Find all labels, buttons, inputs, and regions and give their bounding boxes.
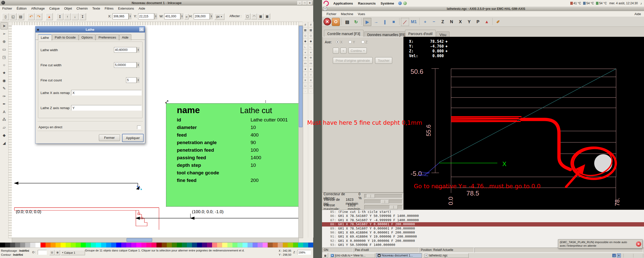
snap-toggle-icon-1[interactable]: ▦ [308,27,313,33]
palette-swatch[interactable] [96,243,101,247]
maximize-button[interactable]: □ [302,1,307,5]
dialog-tab-path-to-gcode[interactable]: Path to Gcode [52,34,78,40]
snap-toggle-icon-10[interactable]: ≡ [308,77,313,83]
affect-toggle-icon[interactable]: ▢ [245,13,251,19]
slider-track[interactable] [364,200,403,204]
menu-texte[interactable]: Texte [90,6,102,11]
slider-thumb[interactable] [390,205,398,209]
field-spinbox[interactable]: 5,00000▲▼ [114,62,140,68]
gcode-line[interactable]: 85:(Fine cut 1-th cicle start) [322,210,644,214]
dialog-tab-preferences[interactable]: Preferences [96,34,119,40]
view-y-button[interactable]: Y [465,18,473,26]
menu-aide[interactable]: Aide [631,12,644,16]
palette-swatch[interactable] [192,243,197,247]
gnome-menu-applications[interactable]: Applications [331,1,355,6]
palette-swatch[interactable] [121,243,126,247]
touch-off-button[interactable]: Toucher [375,57,392,64]
jog-increment-select[interactable]: Continu▾ [348,48,367,54]
tray-updates-icon[interactable]: ⇣ [612,254,616,257]
lower-to-bottom-icon[interactable]: ↧ [79,13,86,20]
reload-file-button[interactable]: ↻ [352,18,360,26]
dialog-apply-button[interactable]: Appliquer [122,134,144,142]
snap-toggle-icon-8[interactable]: ● [303,66,308,72]
h-spinner[interactable]: ▲▼ [210,13,213,19]
menu-calque[interactable]: Calque [47,6,62,11]
palette-swatch[interactable] [81,243,86,247]
palette-swatch[interactable] [76,243,81,247]
jog-minus-button[interactable]: - [333,48,339,54]
help-applet-icon[interactable] [403,2,407,5]
dialog-tab-aide[interactable]: Aide [119,34,131,40]
palette-swatch[interactable] [187,243,192,247]
live-preview-checkbox[interactable] [137,125,141,129]
machine-power-button[interactable]: O [332,18,340,26]
affect-toggle-icon[interactable]: ◠ [251,13,257,19]
palette-swatch[interactable] [61,243,66,247]
dialog-close-icon[interactable]: ✕ [139,27,144,31]
ellipse-tool-icon[interactable]: ○ [1,61,8,69]
view-x-button[interactable]: X [456,18,464,26]
optional-pause-button[interactable]: M1 [410,18,418,26]
axis-menu-vues[interactable]: Vues [355,12,367,16]
snap-toggle-icon-10[interactable]: ≡ [303,77,308,83]
warning-icon[interactable]: ▲ [46,13,53,20]
palette-swatch[interactable] [25,243,30,247]
tab-contr-le-manuel-f3-[interactable]: Contrôle manuel [F3] [324,30,364,37]
raise-icon[interactable]: ↑ [64,13,71,20]
lathe-dialog-titlebar[interactable]: ◆ Lathe ✕ [35,26,145,33]
palette-swatch[interactable] [151,243,156,247]
spray-tool-icon[interactable]: ⁂ [1,116,8,123]
snap-toggle-icon-9[interactable]: ○ [308,72,313,77]
text-tool-icon[interactable]: A [1,108,8,115]
palette-swatch[interactable] [136,243,141,247]
axis-menu-fichier[interactable]: Fichier [324,12,339,16]
palette-swatch[interactable] [288,243,293,247]
open-document-icon[interactable]: ◱ [10,13,17,20]
palette-swatch[interactable] [263,243,268,247]
palette-swatch[interactable] [202,243,207,247]
run-button[interactable]: ▶ [363,18,371,26]
minimize-button[interactable]: – [297,1,302,5]
palette-swatch[interactable] [212,243,217,247]
gnome-menu-système[interactable]: Système [378,1,396,6]
palette-swatch[interactable] [35,243,41,247]
vertical-scrollbar[interactable] [298,25,303,238]
raise-to-top-icon[interactable]: ↥ [56,13,63,20]
palette-swatch[interactable] [91,243,96,247]
palette-swatch[interactable] [283,243,288,247]
scale-handle-icon[interactable]: ↕ [265,99,267,103]
gcode-line[interactable]: 87:G01 X 78.541607 Y -4.999999 F 1400.00… [322,218,644,222]
palette-swatch[interactable] [217,243,222,247]
affect-toggle-icon[interactable]: ▦ [258,13,264,19]
palette-swatch[interactable] [71,243,76,247]
lock-ratio-toggle-icon[interactable]: ∞ [184,14,189,19]
palette-swatch[interactable] [303,243,308,247]
axis-radio-y[interactable]: Y [348,40,355,44]
clear-plot-button[interactable]: ✐ [494,18,502,26]
palette-swatch[interactable] [177,243,182,247]
snap-toggle-icon-0[interactable]: # [308,22,313,27]
palette-swatch[interactable] [0,243,5,247]
palette-swatch[interactable] [222,243,227,247]
redo-icon[interactable]: ↷ [35,13,42,20]
dialog-tab-lathe[interactable]: Lathe [38,34,52,41]
axis-radio-x[interactable]: X [336,40,342,44]
palette-swatch[interactable] [248,243,253,247]
palette-swatch[interactable] [66,243,71,247]
skip-lines-button[interactable]: ／ [401,18,409,26]
scale-handle-icon[interactable]: ⤢ [165,100,168,104]
stroke-value[interactable]: Indéfini [13,253,23,256]
palette-swatch[interactable] [111,243,116,247]
taskbar-button[interactable]: ●[cnc-club.ru • View to... [329,253,375,258]
star-tool-icon[interactable]: ★ [1,69,8,76]
palette-swatch[interactable] [308,243,313,247]
pause-button[interactable]: ∥ [381,18,389,26]
snap-toggle-icon-4[interactable]: ∟ [308,44,313,49]
snap-toggle-icon-2[interactable]: ◇ [308,33,313,38]
palette-swatch[interactable] [30,243,35,247]
snap-toggle-icon-3[interactable]: ◆ [308,39,313,44]
tool-properties-table[interactable]: name Lathe cut idLathe cutter 0001diamet… [166,103,298,207]
undo-icon[interactable]: ↶ [28,13,35,20]
node-tool-icon[interactable]: ➢ [1,30,8,37]
slider-thumb[interactable] [367,194,375,198]
